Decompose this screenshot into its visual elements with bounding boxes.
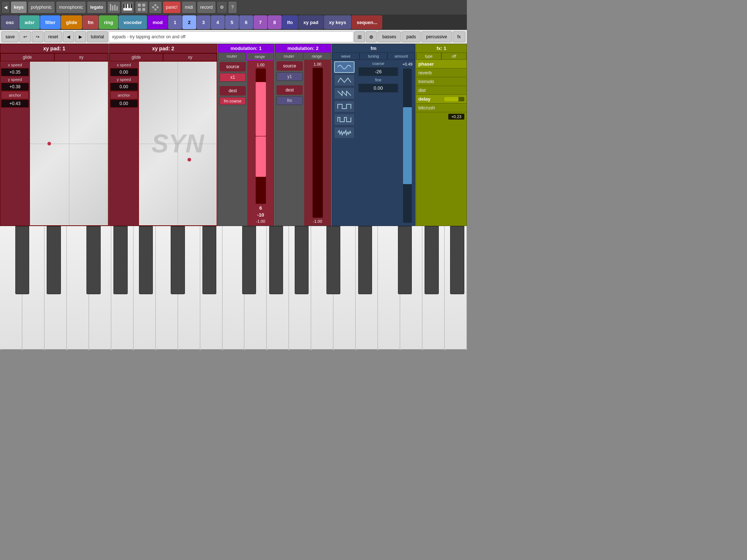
midi-button[interactable]: midi (182, 1, 196, 13)
tab-4[interactable]: 4 (211, 15, 225, 29)
black-key-as1[interactable] (139, 226, 153, 294)
y-speed-value[interactable]: +0.38 (1, 83, 29, 91)
wave-sawtooth-down[interactable] (334, 88, 355, 99)
black-key-fs1[interactable] (86, 226, 100, 294)
tab-xypad[interactable]: xy pad (298, 15, 324, 29)
black-key-gs3[interactable] (425, 226, 438, 294)
black-key-ds2[interactable] (202, 226, 216, 294)
anchor-button-2[interactable]: anchor (110, 91, 138, 99)
tab-2[interactable]: 2 (182, 15, 196, 29)
mod-1-source-btn[interactable]: source (220, 62, 246, 71)
tab-ring[interactable]: ring (99, 15, 118, 29)
anchor-value-1[interactable]: +0.43 (1, 100, 29, 108)
piano-icon[interactable] (121, 1, 134, 13)
tab-8[interactable]: 8 (268, 15, 282, 29)
tab-xykeys[interactable]: xy keys (324, 15, 351, 29)
black-key-gs2[interactable] (269, 226, 283, 294)
tab-3[interactable]: 3 (197, 15, 210, 29)
black-key-cs2[interactable] (171, 226, 185, 294)
next-button[interactable]: ▶ (75, 31, 86, 42)
fx-delay-slider[interactable] (444, 97, 464, 101)
dots-icon[interactable] (149, 1, 162, 13)
tab-vocoder[interactable]: vocoder (119, 15, 147, 29)
mod-2-dest-val[interactable]: fm (276, 96, 303, 105)
mod-1-dest-btn[interactable]: dest (220, 86, 246, 96)
fx-item-delay[interactable]: delay (416, 95, 467, 104)
tab-7[interactable]: 7 (253, 15, 267, 29)
mod-1-range-bar[interactable] (256, 69, 266, 204)
percussive-button[interactable]: percussive (421, 31, 452, 42)
redo-button[interactable]: ↪ (32, 31, 43, 42)
wave-noise[interactable] (334, 127, 355, 139)
tutorial-button[interactable]: tutorial (87, 31, 108, 42)
grid-icon[interactable] (135, 1, 148, 13)
white-key-f1[interactable] (67, 226, 89, 350)
fx-item-reverb[interactable]: reverb (416, 69, 467, 77)
x-speed-value[interactable]: +0.35 (1, 68, 29, 76)
anchor-value-2[interactable]: 0.00 (110, 100, 138, 108)
basses-button[interactable]: basses (378, 31, 401, 42)
mod-1-router-label[interactable]: router (218, 52, 246, 61)
gear-button[interactable]: ⚙ (217, 1, 227, 13)
fm-amount-slider[interactable] (403, 69, 412, 223)
mod-2-router-label[interactable]: router (275, 52, 303, 60)
wave-sine[interactable] (334, 61, 355, 73)
fx-item-phaser[interactable]: phaser (416, 60, 467, 69)
pads-button[interactable]: pads (402, 31, 421, 42)
xy-pad-1-area[interactable] (30, 61, 108, 226)
tab-1[interactable]: 1 (168, 15, 182, 29)
black-key-cs1[interactable] (15, 226, 29, 294)
black-key-as3[interactable] (450, 226, 464, 294)
xy-pad-2-area[interactable]: SYN (139, 61, 217, 226)
tab-mod[interactable]: mod (147, 15, 167, 29)
tab-5[interactable]: 5 (225, 15, 239, 29)
xy-pad-1-glide-label[interactable]: glide (0, 53, 54, 61)
fx-item-dist[interactable]: dist (416, 86, 467, 95)
panic-button[interactable]: panic! (163, 1, 181, 13)
tab-seq[interactable]: sequen... (352, 15, 382, 29)
help-button[interactable]: ? (228, 1, 237, 13)
back-button[interactable]: ◀ (1, 1, 10, 13)
fm-coarse-value[interactable]: -26 (358, 67, 398, 76)
undo-button[interactable]: ↩ (19, 31, 31, 42)
mod-2-source-btn[interactable]: source (276, 61, 303, 71)
black-key-ds3[interactable] (358, 226, 372, 294)
tab-adsr[interactable]: adsr (19, 15, 39, 29)
fx-item-tremolo[interactable]: tremolo (416, 77, 467, 86)
y-speed-value-2[interactable]: 0.00 (110, 83, 138, 91)
add-icon-btn[interactable]: ⊕ (366, 31, 377, 42)
black-key-fs2[interactable] (242, 226, 256, 294)
fm-fine-value[interactable]: 0.00 (358, 83, 398, 93)
mod-1-source-val[interactable]: x1 (220, 73, 246, 82)
wave-triangle[interactable] (334, 74, 355, 86)
mod-2-dest-btn[interactable]: dest (276, 85, 303, 95)
xy-pad-2-glide-label[interactable]: glide (109, 53, 163, 61)
white-key-f2[interactable] (222, 226, 245, 350)
black-key-cs3[interactable] (326, 226, 340, 294)
tab-osc[interactable]: osc (1, 15, 19, 29)
record-button[interactable]: record (197, 1, 216, 13)
fx-item-bitcrush[interactable]: bitcrush (416, 104, 467, 112)
bars-icon[interactable] (107, 1, 120, 13)
mod-1-range-label[interactable]: range (246, 52, 274, 61)
black-key-fs3[interactable] (398, 226, 412, 294)
reset-button[interactable]: reset (44, 31, 62, 42)
tab-glide[interactable]: glide (61, 15, 82, 29)
black-key-as2[interactable] (295, 226, 309, 294)
mod-2-range-label[interactable]: range (303, 52, 331, 60)
mod-2-source-val[interactable]: y1 (276, 72, 303, 81)
mod-1-dest-val[interactable]: fm coarse (220, 97, 246, 105)
white-key-f3[interactable] (378, 226, 400, 350)
tab-6[interactable]: 6 (239, 15, 253, 29)
tab-lfo[interactable]: lfo (282, 15, 298, 29)
settings-icon-btn[interactable]: ⊞ (354, 31, 365, 42)
polyphonic-button[interactable]: polyphonic (28, 1, 55, 13)
x-speed-value-2[interactable]: 0.00 (110, 68, 138, 76)
tab-fm[interactable]: fm (82, 15, 98, 29)
fx-button[interactable]: fx (453, 31, 465, 42)
legato-button[interactable]: legato (87, 1, 106, 13)
keys-button[interactable]: keys (11, 1, 27, 13)
black-key-ds1[interactable] (47, 226, 61, 294)
anchor-button-1[interactable]: anchor (1, 91, 29, 99)
save-button[interactable]: save (1, 31, 19, 42)
